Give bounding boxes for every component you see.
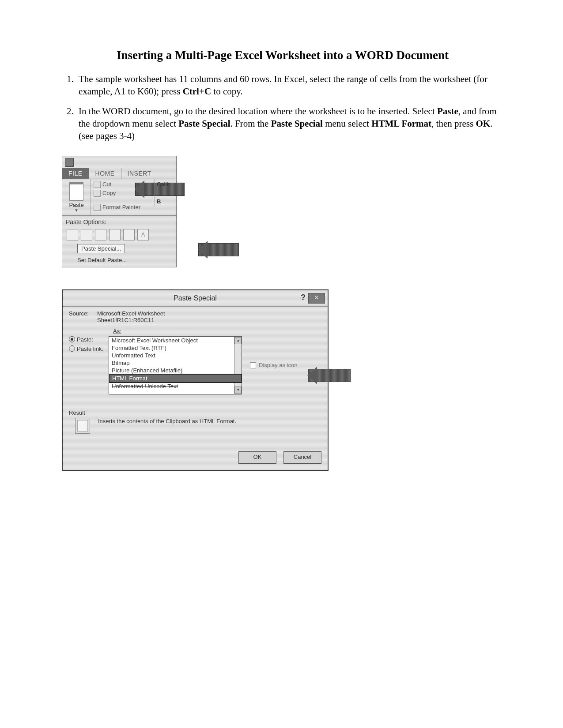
- step-2-f: Paste Special: [271, 118, 323, 129]
- keep-text-only-icon[interactable]: A: [137, 229, 149, 240]
- scroll-up-button[interactable]: ▴: [234, 337, 242, 344]
- cancel-button[interactable]: Cancel: [283, 451, 321, 464]
- steps-list: The sample worksheet has 11 columns and …: [62, 73, 503, 143]
- font-name-hint: Calib: [157, 181, 175, 188]
- result-icon: [75, 418, 90, 434]
- result-group-label: Result: [69, 409, 322, 416]
- copy-icon: [94, 190, 101, 197]
- bold-button[interactable]: B: [157, 198, 175, 205]
- step-2-j: OK: [476, 118, 490, 129]
- opt-html-format[interactable]: HTML Format: [109, 374, 242, 383]
- source-line-1: Microsoft Excel Worksheet: [97, 310, 165, 317]
- ribbon-screenshot: FILE HOME INSERT Paste ▼ Cut Copy Format…: [62, 156, 177, 267]
- step-1-text: The sample worksheet has 11 columns and …: [79, 74, 487, 97]
- annotation-arrow-2: [198, 243, 239, 256]
- radio-paste[interactable]: Paste:: [69, 336, 109, 343]
- set-default-paste-menu-item[interactable]: Set Default Paste...: [77, 257, 173, 263]
- scroll-down-button[interactable]: ▾: [234, 387, 242, 394]
- opt-unformatted-unicode[interactable]: Unformatted Unicode Text: [109, 383, 242, 390]
- dialog-titlebar: Paste Special ? ×: [63, 290, 328, 307]
- paste-special-dialog: Paste Special ? × Source: Microsoft Exce…: [62, 289, 329, 471]
- display-as-icon-checkbox[interactable]: Display as icon: [250, 336, 297, 394]
- display-as-icon-box: [250, 362, 256, 368]
- step-1-shortcut: Ctrl+C: [183, 86, 211, 97]
- step-2-g: menu select: [323, 118, 371, 129]
- link-keep-source-formatting-icon[interactable]: [109, 229, 121, 240]
- use-destination-styles-icon[interactable]: [95, 229, 106, 240]
- tab-home[interactable]: HOME: [89, 168, 121, 179]
- step-2-h: HTML Format: [371, 118, 431, 129]
- opt-picture-emf[interactable]: Picture (Enhanced Metafile): [109, 367, 242, 374]
- help-button[interactable]: ?: [301, 293, 306, 302]
- paste-button-label: Paste: [62, 202, 91, 208]
- step-1-tail: to copy.: [211, 86, 243, 97]
- paste-dropdown-arrow[interactable]: ▼: [62, 208, 91, 213]
- keep-source-formatting-icon[interactable]: [67, 229, 78, 240]
- listbox-scrollbar[interactable]: ▴ ▾: [234, 337, 242, 394]
- paste-special-menu-item[interactable]: Paste Special...: [77, 244, 125, 253]
- step-2-a: In the WORD document, go to the desired …: [79, 106, 437, 116]
- radio-link-dot: [69, 345, 75, 352]
- ok-button[interactable]: OK: [238, 451, 276, 464]
- tab-file[interactable]: FILE: [62, 168, 89, 179]
- tab-insert[interactable]: INSERT: [121, 168, 158, 179]
- opt-unformatted-text[interactable]: Unformatted Text: [109, 352, 242, 359]
- paste-icon: [69, 182, 83, 201]
- annotation-arrow-3: [308, 369, 351, 382]
- brush-icon: [94, 204, 101, 211]
- step-2-d: Paste Special: [178, 118, 230, 129]
- opt-rtf[interactable]: Formatted Text (RTF): [109, 344, 242, 352]
- radio-paste-dot: [69, 336, 75, 342]
- opt-excel-object[interactable]: Microsoft Excel Worksheet Object: [109, 337, 242, 344]
- scissors-icon: [94, 181, 101, 188]
- result-description: Inserts the contents of the Clipboard as…: [98, 418, 236, 424]
- format-listbox[interactable]: Microsoft Excel Worksheet Object Formatt…: [109, 336, 242, 394]
- word-app-icon: [62, 156, 176, 168]
- paste-button[interactable]: Paste ▼: [62, 179, 91, 215]
- source-label: Source:: [69, 310, 93, 323]
- page-title: Inserting a Multi-Page Excel Worksheet i…: [62, 49, 503, 62]
- step-2-i: , then press: [431, 118, 476, 129]
- picture-icon[interactable]: [123, 229, 135, 240]
- merge-formatting-icon[interactable]: [81, 229, 92, 240]
- step-1: The sample worksheet has 11 columns and …: [76, 73, 503, 98]
- step-2-b: Paste: [437, 106, 458, 116]
- paste-options-icons: A: [66, 227, 173, 244]
- close-button[interactable]: ×: [308, 293, 325, 304]
- step-2-e: . From the: [230, 118, 271, 129]
- paste-options-label: Paste Options:: [66, 218, 173, 225]
- as-label: As:: [113, 328, 121, 334]
- dialog-title-text: Paste Special: [174, 294, 217, 302]
- step-2: In the WORD document, go to the desired …: [76, 105, 503, 143]
- opt-bitmap[interactable]: Bitmap: [109, 359, 242, 367]
- source-line-2: Sheet1!R1C1:R60C11: [97, 317, 165, 323]
- font-group-preview: Calib B: [155, 179, 176, 206]
- radio-paste-link[interactable]: Paste link:: [69, 345, 109, 352]
